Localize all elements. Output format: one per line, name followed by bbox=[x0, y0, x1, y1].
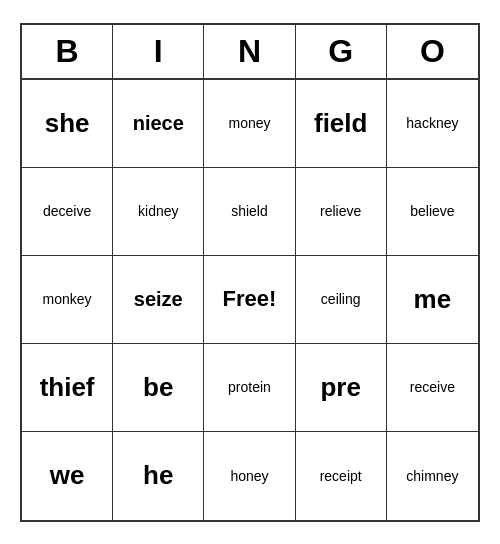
bingo-cell: pre bbox=[296, 344, 387, 432]
bingo-grid: sheniecemoneyfieldhackneydeceivekidneysh… bbox=[22, 80, 478, 520]
bingo-cell: seize bbox=[113, 256, 204, 344]
bingo-cell: kidney bbox=[113, 168, 204, 256]
bingo-cell: monkey bbox=[22, 256, 113, 344]
bingo-cell: hackney bbox=[387, 80, 478, 168]
bingo-header: BINGO bbox=[22, 25, 478, 80]
bingo-cell: receipt bbox=[296, 432, 387, 520]
bingo-header-letter: G bbox=[296, 25, 387, 78]
bingo-cell: believe bbox=[387, 168, 478, 256]
bingo-cell: Free! bbox=[204, 256, 295, 344]
bingo-cell: thief bbox=[22, 344, 113, 432]
bingo-cell: niece bbox=[113, 80, 204, 168]
bingo-cell: chimney bbox=[387, 432, 478, 520]
bingo-cell: be bbox=[113, 344, 204, 432]
bingo-header-letter: O bbox=[387, 25, 478, 78]
bingo-cell: relieve bbox=[296, 168, 387, 256]
bingo-cell: ceiling bbox=[296, 256, 387, 344]
bingo-cell: shield bbox=[204, 168, 295, 256]
bingo-cell: deceive bbox=[22, 168, 113, 256]
bingo-cell: me bbox=[387, 256, 478, 344]
bingo-header-letter: B bbox=[22, 25, 113, 78]
bingo-cell: he bbox=[113, 432, 204, 520]
bingo-cell: receive bbox=[387, 344, 478, 432]
bingo-cell: honey bbox=[204, 432, 295, 520]
bingo-card: BINGO sheniecemoneyfieldhackneydeceiveki… bbox=[20, 23, 480, 522]
bingo-cell: we bbox=[22, 432, 113, 520]
bingo-header-letter: N bbox=[204, 25, 295, 78]
bingo-cell: money bbox=[204, 80, 295, 168]
bingo-cell: protein bbox=[204, 344, 295, 432]
bingo-header-letter: I bbox=[113, 25, 204, 78]
bingo-cell: field bbox=[296, 80, 387, 168]
bingo-cell: she bbox=[22, 80, 113, 168]
